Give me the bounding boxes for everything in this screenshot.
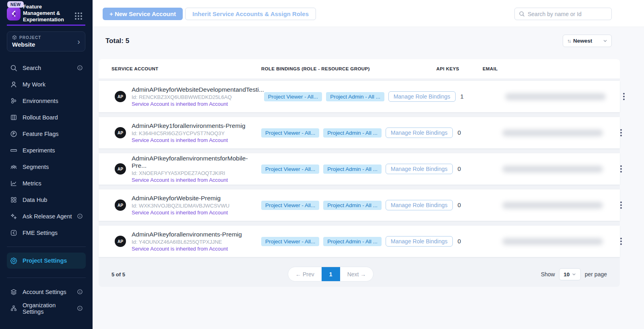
sort-dropdown[interactable]: ↑↓ Newest [563,35,612,47]
grid-squares-icon [10,196,17,204]
inherited-note: Service Account is inherited from Accoun… [132,210,229,216]
info-icon [77,289,83,295]
sidebar-item-rollout-board[interactable]: Rollout Board [0,109,93,125]
email-redacted [502,238,603,245]
gear-icon [10,257,17,264]
sidebar-item-segments[interactable]: Segments [0,158,93,175]
kebab-menu[interactable] [621,91,627,102]
service-accounts-table: SERVICE ACCOUNT ROLE BINDINGS (ROLE - RE… [99,59,620,287]
kebab-menu[interactable] [618,199,624,211]
api-keys-count: 0 [458,202,461,208]
service-account-name: AdminAPIkeyforWebsite-Premig [132,195,229,202]
layers-icon [10,288,17,296]
project-name: Website [12,41,80,48]
email-redacted [502,202,603,209]
org-chart-icon [10,305,17,312]
column-service-account: SERVICE ACCOUNT [99,66,261,71]
search-input[interactable] [528,11,607,17]
app-switcher-icon[interactable] [75,12,82,20]
sidebar-item-feature-flags[interactable]: Feature Flags [0,125,93,142]
sidebar-item-metrics[interactable]: Metrics [0,175,93,191]
sidebar-item-data-hub[interactable]: Data Hub [0,191,93,208]
sidebar-divider [7,247,86,247]
table-row: AP AdminAPIkeyforallenvironments-Premig … [99,226,620,257]
role-badge: Project Viewer - All... [261,237,319,246]
ruler-icon [10,147,17,154]
sidebar-item-my-work[interactable]: My Work [0,76,93,93]
table-row: AP AdminAPIkeyforWebsite-Premig Id: WXK3… [99,189,620,221]
role-badge: Project Admin - All ... [326,92,384,101]
column-api-keys: API KEYS [436,66,483,71]
current-page-button[interactable]: 1 [322,267,340,281]
chevron-down-icon [572,272,576,276]
role-badge: Project Admin - All ... [323,237,382,246]
sparkles-icon [10,213,17,220]
avatar: AP [115,91,126,102]
sidebar-item-fme-settings[interactable]: FME Settings [0,224,93,241]
sidebar-item-search[interactable]: Search [0,60,93,76]
main-content: Total: 5 ↑↓ Newest SERVICE ACCOUNT ROLE … [93,27,644,329]
manage-role-bindings-button[interactable]: Manage Role Bindings [386,236,453,247]
per-page-select[interactable]: 10 [559,268,581,280]
table-footer: 5 of 5 ← Prev 1 Next → Show 10 per page [99,262,620,287]
manage-role-bindings-button[interactable]: Manage Role Bindings [386,200,453,210]
info-icon [77,305,83,311]
sidebar: NEW Feature Management & Experimentation… [0,0,93,329]
per-page-control: Show 10 per page [541,268,607,280]
accent-divider [7,25,85,26]
inherited-note: Service Account is inherited from Accoun… [132,137,246,143]
role-badge: Project Admin - All ... [323,128,382,138]
service-account-id: Id: WXK3NVOJBQZILIDMAVBJWCSVWU [132,203,229,209]
project-selector[interactable]: PROJECT Website › [7,31,85,51]
search-icon [10,64,17,72]
manage-role-bindings-button[interactable]: Manage Role Bindings [386,127,453,138]
column-email: EMAIL [483,66,584,71]
role-badge: Project Admin - All ... [323,201,382,210]
service-account-name: AdminAPIkeyforallenvironmentsforMobile-P… [132,155,261,169]
new-service-account-button[interactable]: + New Service Account [103,8,183,20]
api-keys-count: 1 [460,93,464,100]
service-account-name: AdminAPIkey1forallenvironments-Premig [132,122,246,130]
next-page-button[interactable]: Next → [340,267,374,281]
manage-role-bindings-button[interactable]: Manage Role Bindings [388,91,456,102]
sidebar-item-organization-settings[interactable]: Organization Settings [0,300,93,317]
role-badge: Project Viewer - All... [264,92,322,101]
api-keys-count: 0 [458,129,461,136]
sidebar-item-environments[interactable]: Environments [0,93,93,109]
sidebar-item-experiments[interactable]: Experiments [0,142,93,158]
avatar: AP [115,199,126,211]
service-account-name: AdminAPIkeyforallenvironments-Premig [132,231,242,238]
project-icon [12,35,17,40]
service-account-name: AdminAPIkeyforWebsiteDevelopmentandTesti… [132,86,264,93]
service-account-id: Id: XNOERAFYYA5XPDEZ7AOQTJKIRI [132,170,261,176]
info-icon [77,65,83,71]
topbar: + New Service Account Inherit Service Ac… [93,0,644,27]
email-redacted [502,166,603,173]
column-role-bindings: ROLE BINDINGS (ROLE - RESOURCE GROUP) [261,66,436,71]
project-label: PROJECT [19,35,41,40]
flag-icon [10,130,17,138]
search-icon [519,11,525,17]
total-count: Total: 5 [105,37,129,45]
sort-value: Newest [573,38,600,44]
inherited-note: Service Account is inherited from Accoun… [132,101,264,107]
kebab-menu[interactable] [618,127,624,138]
api-keys-count: 0 [458,238,461,245]
inherit-service-accounts-button[interactable]: Inherit Service Accounts & Assign Roles [185,8,316,20]
sidebar-item-project-settings[interactable]: Project Settings [7,253,86,269]
hexagons-icon [10,97,17,105]
role-badge: Project Viewer - All... [261,201,319,210]
manage-role-bindings-button[interactable]: Manage Role Bindings [386,164,453,174]
sidebar-item-account-settings[interactable]: Account Settings [0,284,93,300]
kebab-menu[interactable] [618,163,624,175]
table-row: AP AdminAPIkeyforWebsiteDevelopmentandTe… [99,81,620,112]
prev-page-button[interactable]: ← Prev [288,267,322,281]
board-icon [10,114,17,121]
kebab-menu[interactable] [618,236,624,247]
table-header: SERVICE ACCOUNT ROLE BINDINGS (ROLE - RE… [99,59,620,78]
inherited-note: Service Account is inherited from Accoun… [132,246,242,252]
chart-icon [10,180,17,187]
sidebar-item-ask-release-agent[interactable]: Ask Release Agent [0,208,93,224]
avatar: AP [115,236,126,247]
search-box [514,8,612,20]
